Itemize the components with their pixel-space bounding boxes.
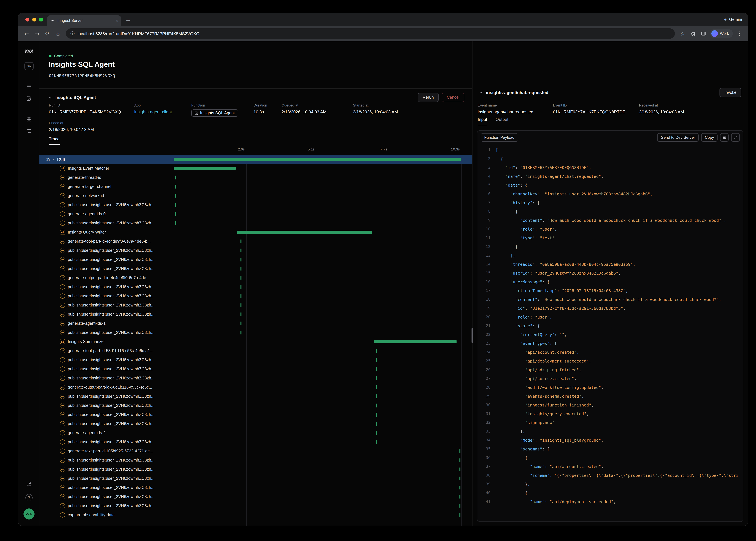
new-tab-button[interactable]: +: [126, 17, 131, 23]
zoom-window-button[interactable]: [39, 18, 43, 22]
span-tick[interactable]: [459, 458, 460, 462]
span-tick[interactable]: [376, 367, 377, 371]
trace-row[interactable]: publish:user:insights:user_2VH6zowmhZC8z…: [39, 219, 472, 228]
trace-row[interactable]: generate-agent-ids-0: [39, 210, 472, 219]
sidebar-item-events-icon[interactable]: [18, 95, 39, 101]
trace-row[interactable]: publish:user:insights:user_2VH6zowmhZC8z…: [39, 310, 472, 319]
trace-row[interactable]: publish:user:insights:user_2VH6zowmhZC8z…: [39, 410, 472, 419]
trace-row[interactable]: publish:user:insights:user_2VH6zowmhZC8z…: [39, 373, 472, 383]
span-tick[interactable]: [376, 358, 377, 362]
tab-input[interactable]: Input: [478, 117, 487, 125]
span-tick[interactable]: [241, 303, 242, 307]
send-to-dev-server-button[interactable]: Send to Dev Server: [657, 133, 699, 142]
back-icon[interactable]: ←: [22, 28, 32, 39]
extensions-icon[interactable]: [688, 28, 698, 39]
span-tick[interactable]: [241, 312, 242, 316]
trace-row[interactable]: publish:user:insights:user_2VH6zowmhZC8z…: [39, 282, 472, 291]
profile-chip[interactable]: Work: [710, 29, 733, 38]
span-tick[interactable]: [376, 349, 377, 353]
forward-icon[interactable]: →: [32, 28, 42, 39]
trace-row[interactable]: publish:user:insights:user_2VH6zowmhZC8z…: [39, 355, 472, 364]
trace-row[interactable]: generate-tool-part-id-58d1b116-c53c-4e6c…: [39, 346, 472, 355]
cancel-button[interactable]: Cancel: [442, 93, 464, 102]
trace-row[interactable]: generate-network-id: [39, 191, 472, 200]
trace-row[interactable]: generate-output-part-id-58d1b116-c53c-4e…: [39, 383, 472, 392]
trace-row[interactable]: aiInsights Summarizer: [39, 337, 472, 346]
span-tick[interactable]: [241, 249, 242, 253]
span-bar[interactable]: [237, 231, 372, 234]
trace-row[interactable]: aiInsights Query Writer: [39, 228, 472, 237]
rerun-button[interactable]: Rerun: [418, 93, 438, 102]
function-badge[interactable]: Insights SQL Agent: [191, 110, 238, 117]
span-tick[interactable]: [241, 240, 242, 243]
trace-row[interactable]: publish:user:insights:user_2VH6zowmhZC8z…: [39, 364, 472, 373]
trace-row[interactable]: generate-output-part-id-4c4de9f0-6e7a-4d…: [39, 273, 472, 282]
trace-row[interactable]: generate-agent-ids-1: [39, 319, 472, 328]
minimize-window-button[interactable]: [32, 18, 36, 22]
expand-icon[interactable]: [731, 133, 740, 142]
run-span-bar[interactable]: [174, 158, 461, 161]
close-window-button[interactable]: [25, 18, 29, 22]
copy-button[interactable]: Copy: [701, 133, 718, 142]
span-tick[interactable]: [459, 513, 460, 517]
trace-row[interactable]: publish:user:insights:user_2VH6zowmhZC8z…: [39, 492, 472, 501]
vertical-scrollbar-thumb[interactable]: [471, 328, 473, 343]
trace-row[interactable]: capture-observability-data: [39, 510, 472, 519]
trace-row-run[interactable]: 39 Run: [39, 155, 472, 164]
span-tick[interactable]: [241, 330, 242, 334]
side-panel-icon[interactable]: [698, 28, 709, 39]
span-tick[interactable]: [459, 504, 460, 508]
span-tick[interactable]: [376, 422, 377, 426]
field-value[interactable]: insights-agent-client: [134, 110, 191, 114]
span-tick[interactable]: [176, 176, 177, 180]
env-badge[interactable]: DV: [18, 62, 39, 70]
span-tick[interactable]: [459, 486, 460, 490]
span-tick[interactable]: [241, 285, 242, 289]
trace-row[interactable]: publish:user:insights:user_2VH6zowmhZC8z…: [39, 392, 472, 401]
trace-row[interactable]: publish:user:insights:user_2VH6zowmhZC8z…: [39, 246, 472, 255]
sidebar-item-functions-icon[interactable]: [18, 84, 39, 90]
span-tick[interactable]: [376, 403, 377, 407]
share-icon[interactable]: [18, 482, 39, 488]
span-tick[interactable]: [241, 258, 242, 262]
trace-row[interactable]: publish:user:insights:user_2VH6zowmhZC8z…: [39, 501, 472, 510]
span-tick[interactable]: [241, 294, 242, 298]
span-tick[interactable]: [459, 476, 460, 480]
trace-row[interactable]: aiInsights Event Matcher: [39, 164, 472, 173]
trace-row[interactable]: generate-agent-ids-2: [39, 428, 472, 437]
trace-row[interactable]: publish:user:insights:user_2VH6zowmhZC8z…: [39, 483, 472, 492]
help-icon[interactable]: ?: [18, 494, 39, 501]
trace-row[interactable]: publish:user:insights:user_2VH6zowmhZC8z…: [39, 291, 472, 300]
chevron-down-icon[interactable]: [52, 158, 56, 161]
site-info-icon[interactable]: ⓘ: [70, 31, 75, 37]
dev-code-button[interactable]: </>: [18, 508, 39, 519]
event-section-header[interactable]: insights-agent/chat.requested Invoke: [479, 88, 741, 97]
span-tick[interactable]: [376, 440, 377, 444]
span-tick[interactable]: [176, 212, 177, 216]
trace-row[interactable]: generate-thread-id: [39, 173, 472, 182]
span-tick[interactable]: [376, 394, 377, 398]
trace-row[interactable]: publish:user:insights:user_2VH6zowmhZC8z…: [39, 300, 472, 310]
span-tick[interactable]: [241, 276, 242, 280]
trace-row[interactable]: publish:user:insights:user_2VH6zowmhZC8z…: [39, 465, 472, 474]
address-bar[interactable]: ⓘ localhost:8288/run?runID=01KHRMF677RJP…: [66, 28, 675, 39]
span-tick[interactable]: [241, 321, 242, 325]
run-section-header[interactable]: Insights SQL Agent Rerun Cancel: [49, 92, 464, 103]
browser-menu-icon[interactable]: ⋮: [734, 28, 745, 39]
gemini-badge[interactable]: ✦ Gemini: [724, 13, 742, 26]
span-tick[interactable]: [459, 495, 460, 499]
trace-row[interactable]: generate-target-channel: [39, 182, 472, 191]
trace-row[interactable]: publish:user:insights:user_2VH6zowmhZC8z…: [39, 401, 472, 410]
span-tick[interactable]: [176, 203, 177, 207]
tab-trace[interactable]: Trace: [49, 137, 60, 145]
span-tick[interactable]: [176, 221, 177, 225]
sidebar-item-runs-icon[interactable]: [18, 128, 39, 134]
trace-row[interactable]: publish:user:insights:user_2VH6zowmhZC8z…: [39, 456, 472, 465]
trace-row[interactable]: publish:user:insights:user_2VH6zowmhZC8z…: [39, 200, 472, 210]
span-tick[interactable]: [176, 194, 177, 198]
trace-row[interactable]: generate-tool-part-id-4c4de9f0-6e7a-4de6…: [39, 237, 472, 246]
inngest-logo-icon[interactable]: [18, 47, 39, 56]
trace-row[interactable]: generate-text-part-id-105bf925-5722-4371…: [39, 446, 472, 456]
wrap-text-icon[interactable]: [720, 133, 729, 142]
span-tick[interactable]: [241, 267, 242, 270]
